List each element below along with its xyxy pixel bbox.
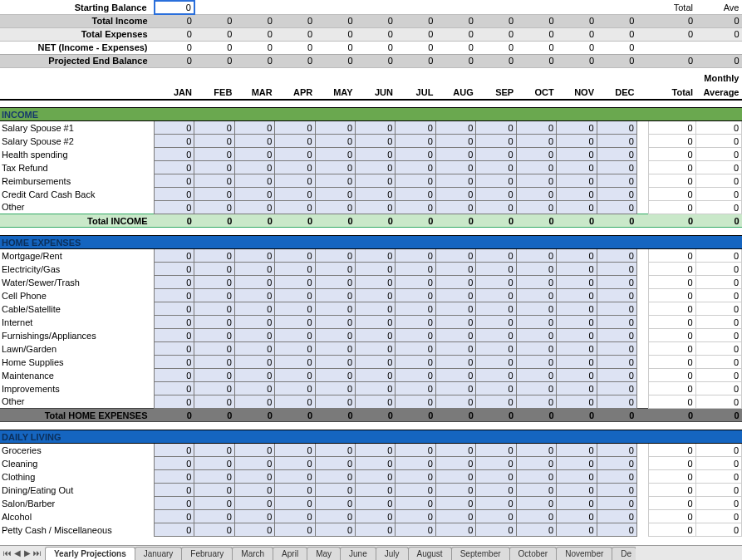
data-cell[interactable]: 0 — [356, 121, 396, 135]
data-cell[interactable]: 0 — [275, 302, 315, 316]
data-cell[interactable]: 0 — [315, 369, 355, 382]
data-cell[interactable]: 0 — [597, 369, 636, 382]
sheet-tab[interactable]: July — [376, 547, 409, 560]
data-cell[interactable]: 0 — [275, 263, 315, 276]
data-cell[interactable]: 0 — [155, 135, 194, 148]
data-cell[interactable]: 0 — [597, 249, 636, 263]
sheet-tab[interactable]: August — [408, 547, 452, 560]
data-cell[interactable]: 0 — [476, 369, 516, 382]
data-cell[interactable]: 0 — [315, 148, 355, 161]
data-cell[interactable]: 0 — [155, 174, 194, 188]
data-cell[interactable]: 0 — [155, 289, 194, 302]
data-cell[interactable]: 0 — [194, 444, 234, 457]
sheet-tab[interactable]: October — [509, 547, 558, 560]
data-cell[interactable]: 0 — [194, 188, 234, 201]
data-cell[interactable]: 0 — [275, 289, 315, 302]
data-cell[interactable]: 0 — [155, 121, 194, 135]
data-cell[interactable]: 0 — [234, 249, 274, 263]
cell[interactable]: 0 — [194, 14, 234, 27]
data-cell[interactable]: 0 — [476, 382, 516, 395]
cell[interactable]: 0 — [315, 14, 355, 27]
data-cell[interactable]: 0 — [356, 135, 396, 148]
data-cell[interactable]: 0 — [356, 316, 396, 329]
cell[interactable]: 0 — [396, 14, 435, 27]
data-cell[interactable]: 0 — [597, 356, 636, 369]
cell[interactable]: 0 — [234, 41, 274, 54]
data-cell[interactable]: 0 — [315, 457, 355, 470]
cell[interactable]: 0 — [516, 54, 556, 67]
data-cell[interactable]: 0 — [435, 249, 475, 263]
data-cell[interactable]: 0 — [435, 484, 475, 497]
data-cell[interactable]: 0 — [396, 174, 435, 188]
data-cell[interactable]: 0 — [516, 457, 556, 470]
data-cell[interactable]: 0 — [597, 395, 636, 409]
cell[interactable]: 0 — [597, 54, 636, 67]
data-cell[interactable]: 0 — [275, 249, 315, 263]
data-cell[interactable]: 0 — [597, 470, 636, 484]
data-cell[interactable]: 0 — [356, 395, 396, 409]
data-cell[interactable]: 0 — [476, 395, 516, 409]
data-cell[interactable]: 0 — [597, 329, 636, 342]
data-cell[interactable]: 0 — [476, 263, 516, 276]
data-cell[interactable]: 0 — [516, 497, 556, 510]
data-cell[interactable]: 0 — [194, 510, 234, 523]
cell[interactable]: 0 — [315, 54, 355, 67]
data-cell[interactable]: 0 — [435, 395, 475, 409]
data-cell[interactable]: 0 — [516, 523, 556, 537]
data-cell[interactable]: 0 — [155, 497, 194, 510]
data-cell[interactable]: 0 — [516, 161, 556, 174]
data-cell[interactable]: 0 — [234, 276, 274, 289]
data-cell[interactable]: 0 — [275, 135, 315, 148]
data-cell[interactable]: 0 — [234, 484, 274, 497]
data-cell[interactable]: 0 — [435, 510, 475, 523]
data-cell[interactable]: 0 — [516, 382, 556, 395]
data-cell[interactable]: 0 — [194, 263, 234, 276]
data-cell[interactable]: 0 — [557, 201, 597, 214]
data-cell[interactable]: 0 — [315, 523, 355, 537]
data-cell[interactable]: 0 — [516, 369, 556, 382]
cell[interactable]: 0 — [516, 14, 556, 27]
data-cell[interactable]: 0 — [396, 135, 435, 148]
cell[interactable]: 0 — [516, 41, 556, 54]
data-cell[interactable]: 0 — [476, 329, 516, 342]
data-cell[interactable]: 0 — [315, 356, 355, 369]
data-cell[interactable]: 0 — [396, 497, 435, 510]
data-cell[interactable]: 0 — [396, 289, 435, 302]
data-cell[interactable]: 0 — [597, 382, 636, 395]
data-cell[interactable]: 0 — [356, 444, 396, 457]
data-cell[interactable]: 0 — [275, 457, 315, 470]
data-cell[interactable]: 0 — [435, 444, 475, 457]
data-cell[interactable]: 0 — [234, 188, 274, 201]
data-cell[interactable]: 0 — [557, 148, 597, 161]
data-cell[interactable]: 0 — [597, 302, 636, 316]
data-cell[interactable]: 0 — [356, 356, 396, 369]
data-cell[interactable]: 0 — [356, 457, 396, 470]
cell[interactable]: 0 — [155, 27, 194, 41]
data-cell[interactable]: 0 — [396, 382, 435, 395]
data-cell[interactable]: 0 — [155, 444, 194, 457]
data-cell[interactable]: 0 — [194, 342, 234, 356]
data-cell[interactable]: 0 — [435, 356, 475, 369]
data-cell[interactable]: 0 — [234, 263, 274, 276]
data-cell[interactable]: 0 — [396, 329, 435, 342]
data-cell[interactable]: 0 — [516, 356, 556, 369]
cell[interactable]: 0 — [356, 54, 396, 67]
data-cell[interactable]: 0 — [476, 148, 516, 161]
data-cell[interactable]: 0 — [234, 470, 274, 484]
cell[interactable]: 0 — [435, 14, 475, 27]
data-cell[interactable]: 0 — [155, 201, 194, 214]
data-cell[interactable]: 0 — [396, 510, 435, 523]
data-cell[interactable]: 0 — [476, 289, 516, 302]
data-cell[interactable]: 0 — [315, 135, 355, 148]
data-cell[interactable]: 0 — [194, 523, 234, 537]
data-cell[interactable]: 0 — [356, 497, 396, 510]
data-cell[interactable]: 0 — [476, 510, 516, 523]
data-cell[interactable]: 0 — [356, 276, 396, 289]
data-cell[interactable]: 0 — [396, 316, 435, 329]
data-cell[interactable]: 0 — [275, 342, 315, 356]
data-cell[interactable]: 0 — [275, 161, 315, 174]
data-cell[interactable]: 0 — [476, 201, 516, 214]
data-cell[interactable]: 0 — [435, 329, 475, 342]
data-cell[interactable]: 0 — [194, 356, 234, 369]
cell[interactable]: 0 — [275, 54, 315, 67]
